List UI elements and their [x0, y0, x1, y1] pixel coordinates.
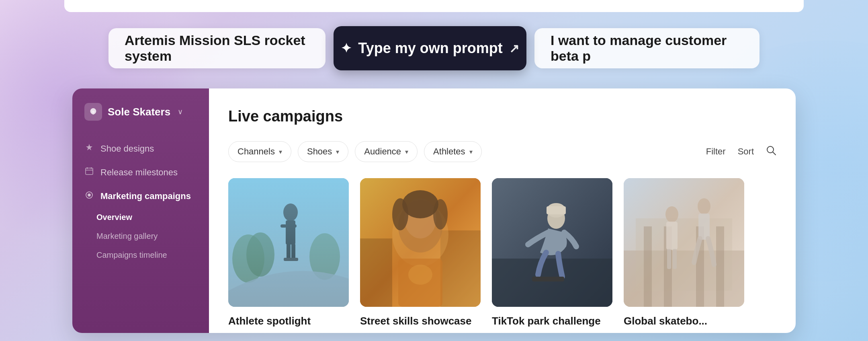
sidebar-item-label: Marketing campaigns: [100, 191, 191, 201]
sidebar-subitem-label: Overview: [96, 213, 132, 222]
prompt-card-left[interactable]: Artemis Mission SLS rocket system: [108, 28, 326, 68]
svg-rect-41: [644, 226, 652, 307]
prompt-card-center[interactable]: ✦ Type my own prompt ↗: [334, 26, 526, 70]
svg-rect-46: [666, 222, 678, 250]
filter-athletes-label: Athletes: [433, 146, 465, 157]
chevron-down-icon: ▾: [469, 148, 473, 156]
search-icon[interactable]: [766, 145, 776, 158]
filter-right: Filter Sort: [706, 145, 776, 158]
campaign-title-street-skills: Street skills showcase: [360, 315, 481, 327]
sidebar-subitem-label: Marketing gallery: [96, 232, 158, 240]
sidebar-item-marketing-campaigns[interactable]: Marketing campaigns: [72, 184, 209, 208]
sidebar-subitem-label: Campaigns timeline: [96, 251, 167, 259]
sparkle-icon: ✦: [341, 41, 352, 56]
sidebar-nav: Shoe designs Release milestones: [72, 137, 209, 208]
prompt-center-text: Type my own prompt: [358, 40, 502, 57]
svg-point-31: [408, 265, 432, 285]
svg-rect-48: [673, 249, 677, 269]
sidebar-item-release-milestones[interactable]: Release milestones: [72, 160, 209, 184]
filter-bar: Channels ▾ Shoes ▾ Audience ▾ Athletes ▾…: [228, 141, 776, 162]
filter-button[interactable]: Filter: [706, 146, 726, 157]
campaign-image-street-skills: [360, 178, 481, 307]
sidebar-item-label: Release milestones: [100, 167, 178, 178]
svg-rect-1: [86, 168, 93, 175]
svg-rect-15: [286, 220, 295, 244]
svg-point-12: [246, 232, 274, 277]
campaign-title-tiktok: TikTok park challenge: [492, 315, 612, 327]
main-content: Sole Skaters ∨ Shoe designs: [72, 88, 796, 333]
filter-athletes[interactable]: Athletes ▾: [424, 141, 482, 162]
sidebar: Sole Skaters ∨ Shoe designs: [72, 88, 209, 333]
svg-rect-18: [287, 244, 291, 260]
prompt-right-text: I want to manage customer beta p: [551, 33, 743, 64]
svg-point-49: [698, 198, 710, 214]
campaign-image-athlete-spotlight: [228, 178, 349, 307]
filter-shoes[interactable]: Shoes ▾: [298, 141, 348, 162]
sidebar-subnav: Overview Marketing gallery Campaigns tim…: [72, 208, 209, 265]
sidebar-item-shoe-designs[interactable]: Shoe designs: [72, 137, 209, 160]
chevron-down-icon: ▾: [336, 148, 339, 156]
svg-rect-19: [291, 244, 295, 260]
sidebar-subitem-marketing-gallery[interactable]: Marketing gallery: [96, 227, 209, 246]
brand-chevron: ∨: [178, 107, 183, 116]
main-panel: Live campaigns Channels ▾ Shoes ▾ Audien…: [209, 88, 796, 333]
sidebar-subitem-campaigns-timeline[interactable]: Campaigns timeline: [96, 246, 209, 265]
svg-rect-17: [291, 224, 297, 228]
svg-rect-33: [492, 259, 612, 307]
marketing-campaigns-icon: [84, 191, 94, 201]
svg-rect-36: [547, 206, 566, 214]
svg-point-13: [309, 233, 340, 280]
svg-point-7: [88, 194, 90, 196]
svg-rect-10: [228, 178, 349, 307]
campaign-image-global: [624, 178, 744, 307]
svg-point-0: [92, 111, 94, 113]
prompt-left-text: Artemis Mission SLS rocket system: [125, 33, 309, 64]
svg-line-9: [773, 152, 776, 155]
chevron-down-icon: ▾: [279, 148, 282, 156]
svg-rect-50: [698, 214, 710, 240]
page-title: Live campaigns: [228, 108, 776, 125]
svg-rect-22: [360, 238, 392, 307]
brand-icon: [84, 103, 102, 121]
campaign-title-athlete-spotlight: Athlete spotlight: [228, 315, 349, 327]
svg-rect-44: [716, 226, 724, 307]
arrow-icon: ↗: [509, 41, 519, 55]
svg-rect-37: [532, 277, 564, 281]
sidebar-brand[interactable]: Sole Skaters ∨: [72, 103, 209, 137]
brand-name: Sole Skaters: [108, 106, 170, 118]
filter-channels[interactable]: Channels ▾: [228, 141, 291, 162]
shoe-designs-icon: [84, 143, 94, 154]
svg-rect-47: [667, 249, 671, 269]
prompt-row: Artemis Mission SLS rocket system ✦ Type…: [0, 20, 868, 76]
campaign-grid: Athlete spotlight: [228, 178, 776, 333]
campaign-title-global: Global skatebo...: [624, 315, 744, 327]
svg-point-29: [433, 199, 448, 230]
filter-audience-label: Audience: [364, 146, 401, 157]
sidebar-subitem-overview[interactable]: Overview: [96, 208, 209, 227]
prompt-card-right[interactable]: I want to manage customer beta p: [534, 28, 760, 68]
filter-shoes-label: Shoes: [307, 146, 332, 157]
campaign-card-street-skills[interactable]: Street skills showcase: [360, 178, 481, 333]
sidebar-item-label: Shoe designs: [100, 144, 154, 154]
campaign-card-athlete-spotlight[interactable]: Athlete spotlight: [228, 178, 349, 333]
svg-point-45: [665, 206, 678, 222]
campaign-image-tiktok: [492, 178, 612, 307]
svg-point-28: [392, 198, 408, 230]
svg-rect-20: [284, 258, 298, 261]
svg-point-14: [283, 203, 298, 221]
svg-point-11: [232, 234, 264, 283]
chevron-down-icon: ▾: [405, 148, 408, 156]
filter-audience[interactable]: Audience ▾: [355, 141, 418, 162]
campaign-card-global[interactable]: Global skatebo...: [624, 178, 744, 333]
release-milestones-icon: [84, 167, 94, 178]
filter-channels-label: Channels: [237, 146, 275, 157]
sort-button[interactable]: Sort: [738, 146, 754, 157]
campaign-card-tiktok[interactable]: TikTok park challenge: [492, 178, 612, 333]
svg-rect-16: [280, 224, 287, 228]
top-white-bar: [64, 0, 804, 12]
